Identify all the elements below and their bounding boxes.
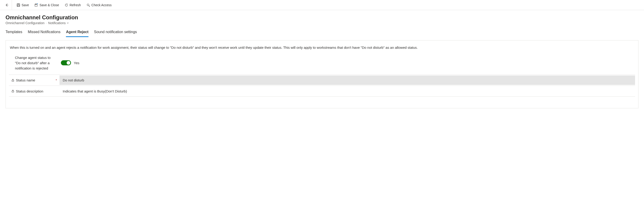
refresh-icon: [64, 3, 68, 7]
status-name-row: Status name * Do not disturb: [9, 75, 635, 86]
required-indicator: *: [55, 78, 58, 82]
command-bar: Save Save & Close Refresh Check Access: [0, 0, 644, 10]
tab-agent-reject[interactable]: Agent Reject: [66, 30, 88, 37]
tab-missed-notifications[interactable]: Missed Notifications: [28, 30, 60, 37]
save-close-label: Save & Close: [40, 3, 59, 7]
status-description-label-cell: Status description: [9, 89, 55, 93]
toggle-row: Change agent status to "Do not disturb" …: [6, 54, 638, 75]
status-name-label-cell: Status name: [9, 78, 55, 82]
breadcrumb-entity: Omnichannel Configuration: [6, 21, 44, 25]
page-title: Omnichannel Configuration: [6, 14, 638, 21]
breadcrumb: Omnichannel Configuration · Notification…: [6, 21, 638, 25]
svg-rect-2: [18, 5, 19, 7]
dnd-toggle-switch[interactable]: [61, 60, 71, 65]
tab-sound-settings[interactable]: Sound notification settings: [94, 30, 137, 37]
svg-rect-4: [36, 4, 36, 5]
back-arrow-icon: [5, 3, 9, 7]
lock-icon: [11, 90, 14, 93]
toggle-knob: [67, 61, 70, 65]
breadcrumb-separator: ·: [46, 21, 47, 25]
status-name-value-cell: * Do not disturb: [55, 75, 635, 85]
status-description-row: Status description Indicates that agent …: [9, 86, 635, 97]
back-button[interactable]: [2, 0, 12, 10]
panel-description: When this is turned on and an agent reje…: [6, 44, 638, 54]
chevron-down-icon: [67, 22, 69, 24]
status-description-label: Status description: [16, 89, 43, 93]
save-close-button[interactable]: Save & Close: [32, 0, 62, 10]
status-description-value: Indicates that agent is Busy(Don't Distu…: [60, 87, 635, 96]
toggle-label: Change agent status to "Do not disturb" …: [15, 55, 52, 71]
svg-point-5: [87, 4, 89, 6]
save-button[interactable]: Save: [14, 0, 32, 10]
breadcrumb-view-selector[interactable]: Notifications: [48, 21, 69, 25]
lock-icon: [11, 79, 14, 82]
toggle-value-text: Yes: [74, 61, 79, 65]
breadcrumb-view-label: Notifications: [48, 21, 66, 25]
content-panel: When this is turned on and an agent reje…: [6, 40, 638, 108]
tab-templates[interactable]: Templates: [6, 30, 22, 37]
refresh-label: Refresh: [70, 3, 81, 7]
status-description-value-cell: Indicates that agent is Busy(Don't Distu…: [55, 87, 635, 96]
save-label: Save: [22, 3, 29, 7]
field-table: Status name * Do not disturb Status desc…: [9, 75, 635, 97]
tabs: Templates Missed Notifications Agent Rej…: [0, 25, 644, 37]
svg-rect-7: [12, 91, 14, 92]
refresh-button[interactable]: Refresh: [62, 0, 84, 10]
page-header: Omnichannel Configuration Omnichannel Co…: [0, 10, 644, 25]
status-name-label: Status name: [16, 78, 35, 82]
save-icon: [16, 3, 20, 7]
svg-rect-1: [18, 4, 19, 5]
save-close-icon: [34, 3, 38, 7]
status-name-value: Do not disturb: [60, 75, 635, 85]
check-access-label: Check Access: [92, 3, 112, 7]
check-access-icon: [86, 3, 90, 7]
check-access-button[interactable]: Check Access: [84, 0, 114, 10]
svg-rect-6: [12, 80, 14, 81]
toggle-control: Yes: [61, 60, 79, 65]
